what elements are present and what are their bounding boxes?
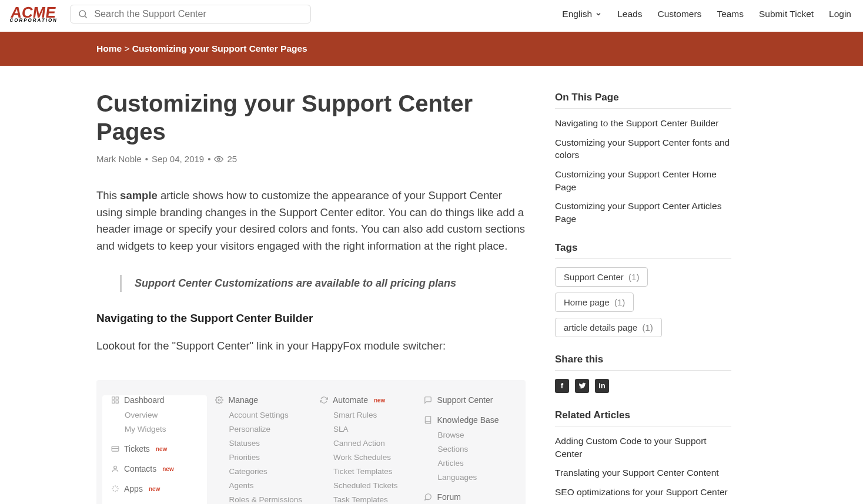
search-input[interactable] bbox=[94, 9, 303, 19]
svg-rect-3 bbox=[112, 397, 114, 399]
ms-forum: Forum bbox=[424, 492, 512, 502]
intro-paragraph: This sample article shows how to customi… bbox=[96, 187, 526, 255]
ms-item: Browse bbox=[424, 431, 512, 439]
svg-rect-6 bbox=[116, 401, 118, 404]
ms-dashboard: Dashboard bbox=[111, 395, 199, 405]
search-icon bbox=[78, 9, 88, 19]
forum-icon bbox=[424, 493, 433, 502]
chat-icon bbox=[424, 396, 433, 405]
book-icon bbox=[424, 416, 433, 425]
svg-point-9 bbox=[113, 466, 116, 469]
ms-item: Priorities bbox=[215, 453, 303, 462]
tag[interactable]: Home page (1) bbox=[555, 293, 634, 312]
ms-item: Scheduled Tickets bbox=[319, 481, 407, 490]
nav-submit-ticket[interactable]: Submit Ticket bbox=[759, 9, 814, 19]
ms-item: Articles bbox=[424, 459, 512, 468]
logo[interactable]: ACME CORPORATION bbox=[9, 6, 59, 23]
svg-rect-4 bbox=[116, 397, 118, 399]
grid-icon bbox=[111, 396, 119, 405]
ms-item: Statuses bbox=[215, 439, 303, 448]
ms-item: Canned Action bbox=[319, 439, 407, 448]
ms-item: Overview bbox=[111, 411, 199, 419]
ms-knowledge-base: Knowledge Base bbox=[424, 415, 512, 425]
svg-point-2 bbox=[218, 158, 220, 160]
page-title: Customizing your Support Center Pages bbox=[96, 89, 526, 146]
language-label: English bbox=[562, 9, 592, 19]
share-heading: Share this bbox=[555, 354, 731, 371]
header-nav: English Leads Customers Teams Submit Tic… bbox=[562, 9, 851, 19]
related-link[interactable]: Adding Custom Code to your Support Cente… bbox=[555, 435, 731, 460]
callout-note: Support Center Customizations are availa… bbox=[120, 275, 526, 292]
publish-date: Sep 04, 2019 bbox=[152, 154, 204, 164]
linkedin-icon[interactable]: in bbox=[595, 379, 609, 393]
table-of-contents: Navigating to the Support Center Builder… bbox=[555, 117, 731, 226]
tag[interactable]: Support Center (1) bbox=[555, 267, 648, 287]
nav-teams[interactable]: Teams bbox=[717, 9, 744, 19]
sparkle-icon bbox=[111, 485, 119, 493]
logo-sub: CORPORATION bbox=[9, 19, 58, 23]
related-link[interactable]: Translating your Support Center Content bbox=[555, 466, 731, 479]
tag[interactable]: article details page (1) bbox=[555, 318, 662, 337]
toc-link[interactable]: Customizing your Support Center Home Pag… bbox=[555, 168, 731, 193]
ms-item: Agents bbox=[215, 481, 303, 490]
nav-customers[interactable]: Customers bbox=[657, 9, 701, 19]
ms-item: Task Templates bbox=[319, 495, 407, 504]
share-buttons: f in bbox=[555, 379, 731, 393]
top-header: ACME CORPORATION English Leads Customers… bbox=[0, 0, 863, 32]
on-this-page-heading: On This Page bbox=[555, 92, 731, 109]
section-body-1: Lookout for the "Support Center" link in… bbox=[96, 338, 526, 355]
breadcrumb-home[interactable]: Home bbox=[96, 43, 122, 53]
ms-manage: Manage bbox=[215, 395, 303, 405]
ms-item: SLA bbox=[319, 425, 407, 434]
user-icon bbox=[111, 465, 119, 473]
nav-login[interactable]: Login bbox=[829, 9, 851, 19]
gear-icon bbox=[215, 396, 224, 405]
ms-item: Ticket Templates bbox=[319, 467, 407, 476]
svg-rect-5 bbox=[112, 401, 114, 404]
ms-item: Roles & Permissions bbox=[215, 495, 303, 504]
eye-icon bbox=[214, 154, 223, 164]
tag-list: Support Center (1) Home page (1) article… bbox=[555, 267, 731, 337]
ms-item: Categories bbox=[215, 467, 303, 476]
ticket-icon bbox=[111, 445, 119, 453]
tags-heading: Tags bbox=[555, 242, 731, 259]
ms-item: Sections bbox=[424, 445, 512, 453]
svg-point-10 bbox=[218, 399, 220, 402]
toc-link[interactable]: Navigating to the Support Center Builder bbox=[555, 117, 731, 130]
view-count: 25 bbox=[227, 154, 237, 164]
breadcrumb-sep: > bbox=[124, 43, 129, 53]
ms-tickets: Ticketsnew bbox=[111, 444, 199, 453]
related-articles: Adding Custom Code to your Support Cente… bbox=[555, 435, 731, 499]
twitter-icon[interactable] bbox=[575, 379, 589, 393]
related-link[interactable]: SEO optimizations for your Support Cente… bbox=[555, 486, 731, 499]
language-selector[interactable]: English bbox=[562, 9, 602, 19]
module-switcher-figure: Dashboard Overview My Widgets Ticketsnew… bbox=[96, 380, 526, 504]
section-heading-1: Navigating to the Support Center Builder bbox=[96, 312, 526, 325]
breadcrumb-current[interactable]: Customizing your Support Center Pages bbox=[132, 43, 307, 53]
ms-item: Work Schedules bbox=[319, 453, 407, 462]
svg-point-0 bbox=[79, 11, 86, 17]
ms-support-center: Support Center bbox=[424, 395, 512, 405]
author: Mark Noble bbox=[96, 154, 142, 164]
ms-apps: Appsnew bbox=[111, 484, 199, 493]
toc-link[interactable]: Customizing your Support Center Articles… bbox=[555, 200, 731, 225]
ms-item: Personalize bbox=[215, 425, 303, 434]
svg-line-1 bbox=[85, 16, 87, 18]
article-meta: Mark Noble • Sep 04, 2019 • 25 bbox=[96, 154, 526, 164]
nav-leads[interactable]: Leads bbox=[617, 9, 642, 19]
ms-item: Languages bbox=[424, 473, 512, 482]
toc-link[interactable]: Customizing your Support Center fonts an… bbox=[555, 136, 731, 162]
facebook-icon[interactable]: f bbox=[555, 379, 569, 393]
ms-contacts: Contactsnew bbox=[111, 464, 199, 473]
main-content: Customizing your Support Center Pages Ma… bbox=[85, 66, 778, 504]
article: Customizing your Support Center Pages Ma… bbox=[96, 89, 526, 504]
chevron-down-icon bbox=[595, 11, 602, 18]
refresh-icon bbox=[319, 396, 328, 405]
ms-item: Smart Rules bbox=[319, 411, 407, 419]
breadcrumb-bar: Home > Customizing your Support Center P… bbox=[0, 32, 863, 66]
ms-item: Account Settings bbox=[215, 411, 303, 419]
search-box[interactable] bbox=[70, 5, 311, 23]
related-heading: Related Articles bbox=[555, 409, 731, 426]
ms-item: My Widgets bbox=[111, 425, 199, 434]
ms-automate: Automatenew bbox=[319, 395, 407, 405]
